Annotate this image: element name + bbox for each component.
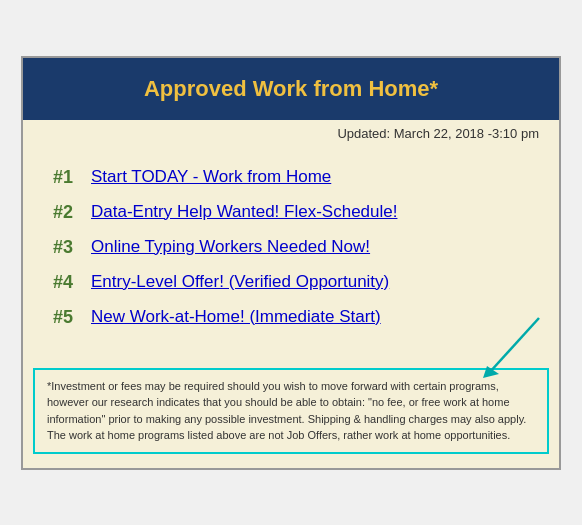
list-item: #3 Online Typing Workers Needed Now! <box>53 237 529 258</box>
updated-bar: Updated: March 22, 2018 -3:10 pm <box>23 120 559 143</box>
list-item: #2 Data-Entry Help Wanted! Flex-Schedule… <box>53 202 529 223</box>
item-number-4: #4 <box>53 272 91 293</box>
item-number-2: #2 <box>53 202 91 223</box>
item-link-5[interactable]: New Work-at-Home! (Immediate Start) <box>91 307 381 327</box>
item-link-1[interactable]: Start TODAY - Work from Home <box>91 167 331 187</box>
main-container: Approved Work from Home* Updated: March … <box>21 56 561 470</box>
item-link-4[interactable]: Entry-Level Offer! (Verified Opportunity… <box>91 272 389 292</box>
list-item: #5 New Work-at-Home! (Immediate Start) <box>53 307 529 328</box>
main-content: #1 Start TODAY - Work from Home #2 Data-… <box>23 143 559 358</box>
item-number-1: #1 <box>53 167 91 188</box>
updated-text: Updated: March 22, 2018 -3:10 pm <box>337 126 539 141</box>
list-item: #1 Start TODAY - Work from Home <box>53 167 529 188</box>
disclaimer-box: *Investment or fees may be required shou… <box>33 368 549 454</box>
page-title: Approved Work from Home* <box>144 76 438 101</box>
disclaimer-text: *Investment or fees may be required shou… <box>47 380 526 442</box>
list-item: #4 Entry-Level Offer! (Verified Opportun… <box>53 272 529 293</box>
item-number-5: #5 <box>53 307 91 328</box>
item-number-3: #3 <box>53 237 91 258</box>
page-header: Approved Work from Home* <box>23 58 559 120</box>
item-link-3[interactable]: Online Typing Workers Needed Now! <box>91 237 370 257</box>
item-link-2[interactable]: Data-Entry Help Wanted! Flex-Schedule! <box>91 202 397 222</box>
